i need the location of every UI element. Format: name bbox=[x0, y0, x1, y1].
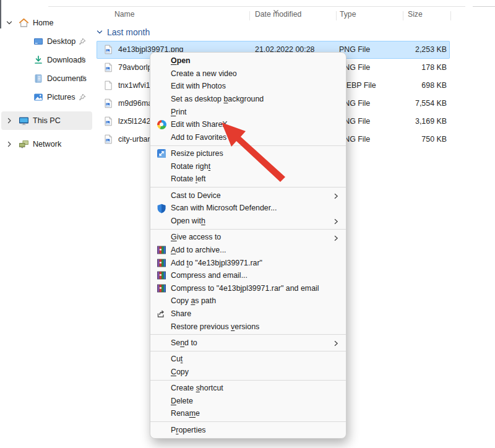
menu-separator bbox=[150, 351, 346, 351]
chevron-right-icon[interactable] bbox=[5, 140, 14, 149]
menu-item-add-to-favorites[interactable]: Add to Favorites bbox=[150, 131, 346, 144]
defender-icon bbox=[157, 204, 166, 213]
file-explorer-window: HomeDesktopDownloadsDocumentsPicturesThi… bbox=[0, 0, 495, 448]
menu-item-label: Copy bbox=[171, 368, 189, 376]
column-header-size[interactable]: Size bbox=[408, 10, 423, 19]
menu-item-print[interactable]: Print bbox=[150, 105, 346, 118]
pin-icon bbox=[79, 38, 86, 45]
context-menu: OpenCreate a new videoEdit with PhotosSe… bbox=[150, 52, 346, 439]
toolbar-divider bbox=[48, 6, 465, 7]
menu-item-edit-with-photos[interactable]: Edit with Photos bbox=[150, 80, 346, 93]
menu-item-delete[interactable]: Delete bbox=[150, 395, 346, 408]
menu-item-label: Create a new video bbox=[171, 69, 237, 78]
menu-item-compress-and-email[interactable]: Compress and email... bbox=[150, 269, 346, 282]
menu-separator bbox=[150, 380, 346, 381]
menu-item-create-shortcut[interactable]: Create shortcut bbox=[150, 382, 346, 395]
menu-item-label: Print bbox=[171, 108, 186, 116]
sidebar-item-network[interactable]: Network bbox=[1, 135, 92, 153]
sharex-icon bbox=[157, 119, 166, 129]
sidebar-item-label: Pictures bbox=[47, 93, 75, 101]
menu-item-label: Compress and email... bbox=[171, 271, 248, 280]
winrar-icon bbox=[157, 283, 166, 293]
desktop-icon bbox=[33, 37, 43, 47]
sidebar-item-pictures[interactable]: Pictures bbox=[1, 88, 92, 106]
menu-separator bbox=[150, 421, 346, 422]
menu-separator bbox=[150, 229, 346, 230]
menu-item-properties[interactable]: Properties bbox=[150, 424, 346, 437]
menu-item-open[interactable]: Open bbox=[150, 54, 346, 67]
group-header[interactable]: Last month bbox=[96, 27, 150, 37]
winrar-icon bbox=[157, 245, 166, 255]
menu-item-edit-with-sharex[interactable]: Edit with ShareX bbox=[150, 118, 346, 131]
menu-item-label: Cast to Device bbox=[171, 191, 221, 200]
menu-item-scan-with-microsoft-defender[interactable]: Scan with Microsoft Defender... bbox=[150, 202, 346, 215]
column-divider[interactable] bbox=[450, 11, 451, 20]
menu-item-rotate-left[interactable]: Rotate left bbox=[150, 173, 346, 186]
menu-item-share[interactable]: Share bbox=[150, 308, 346, 321]
sidebar-item-downloads[interactable]: Downloads bbox=[1, 51, 92, 69]
image-file-icon bbox=[103, 62, 113, 72]
menu-item-copy-as-path[interactable]: Copy as path bbox=[150, 295, 346, 308]
menu-item-add-to-archive[interactable]: Add to archive... bbox=[150, 244, 346, 257]
pin-icon bbox=[79, 75, 86, 82]
menu-item-label: Delete bbox=[171, 397, 193, 405]
winrar-icon bbox=[157, 270, 166, 280]
sidebar-item-label: This PC bbox=[33, 116, 61, 125]
sidebar-item-home[interactable]: Home bbox=[1, 14, 92, 32]
menu-item-set-as-desktop-background[interactable]: Set as desktop background bbox=[150, 93, 346, 106]
menu-item-add-to-4e13bjpl39971-rar[interactable]: Add to "4e13bjpl39971.rar" bbox=[150, 256, 346, 269]
menu-item-copy[interactable]: Copy bbox=[150, 366, 346, 379]
menu-item-label: Copy as path bbox=[171, 296, 216, 305]
pin-icon bbox=[79, 93, 86, 101]
column-header-name[interactable]: Name bbox=[114, 10, 135, 19]
menu-item-cut[interactable]: Cut bbox=[150, 353, 346, 366]
winrar-icon bbox=[157, 258, 166, 268]
menu-separator bbox=[150, 145, 346, 146]
menu-item-send-to[interactable]: Send to bbox=[150, 337, 346, 350]
menu-separator bbox=[150, 334, 346, 335]
menu-item-rotate-right[interactable]: Rotate right bbox=[150, 160, 346, 173]
sidebar-item-label: Network bbox=[33, 140, 61, 149]
file-size: 698 KB bbox=[421, 81, 447, 90]
image-file-icon bbox=[103, 116, 113, 126]
file-size: 178 KB bbox=[421, 63, 447, 72]
menu-item-cast-to-device[interactable]: Cast to Device bbox=[150, 189, 346, 202]
menu-item-label: Add to archive... bbox=[171, 246, 226, 254]
documents-icon bbox=[33, 74, 43, 84]
menu-item-open-with[interactable]: Open with bbox=[150, 215, 346, 228]
pin-icon bbox=[79, 56, 86, 64]
image-file-icon bbox=[103, 45, 113, 54]
menu-item-give-access-to[interactable]: Give access to bbox=[150, 231, 346, 244]
menu-item-resize-pictures[interactable]: Resize pictures bbox=[150, 147, 346, 160]
column-divider[interactable] bbox=[336, 11, 337, 20]
column-header-type[interactable]: Type bbox=[340, 10, 356, 19]
menu-item-restore-previous-versions[interactable]: Restore previous versions bbox=[150, 320, 346, 333]
menu-item-label: Edit with ShareX bbox=[171, 120, 228, 129]
submenu-arrow-icon bbox=[333, 192, 339, 201]
submenu-arrow-icon bbox=[333, 340, 339, 348]
menu-item-label: Open with bbox=[171, 217, 205, 225]
menu-item-label: Set as desktop background bbox=[171, 95, 264, 103]
menu-item-label: Scan with Microsoft Defender... bbox=[171, 204, 277, 212]
share-icon bbox=[157, 309, 166, 319]
navigation-sidebar: HomeDesktopDownloadsDocumentsPicturesThi… bbox=[1, 14, 92, 153]
menu-item-create-a-new-video[interactable]: Create a new video bbox=[150, 67, 346, 80]
menu-item-label: Share bbox=[171, 309, 191, 318]
menu-separator bbox=[150, 187, 346, 187]
menu-item-label: Edit with Photos bbox=[171, 82, 226, 90]
menu-item-compress-to-4e13bjpl39971-rar-and-email[interactable]: Compress to "4e13bjpl39971.rar" and emai… bbox=[150, 282, 346, 295]
menu-item-label: Add to Favorites bbox=[171, 133, 226, 142]
sidebar-item-this-pc[interactable]: This PC bbox=[1, 111, 92, 130]
sidebar-item-documents[interactable]: Documents bbox=[1, 69, 92, 88]
chevron-down-icon[interactable] bbox=[5, 19, 14, 27]
column-divider[interactable] bbox=[249, 11, 250, 20]
menu-item-label: Send to bbox=[171, 338, 197, 347]
resize-icon bbox=[157, 149, 166, 158]
submenu-arrow-icon bbox=[333, 218, 339, 226]
sidebar-item-desktop[interactable]: Desktop bbox=[1, 32, 92, 51]
chevron-right-icon[interactable] bbox=[5, 116, 14, 125]
menu-item-rename[interactable]: Rename bbox=[150, 407, 346, 420]
menu-item-label: Restore previous versions bbox=[171, 322, 259, 331]
column-divider[interactable] bbox=[403, 11, 403, 20]
chevron-down-icon[interactable] bbox=[96, 28, 103, 36]
